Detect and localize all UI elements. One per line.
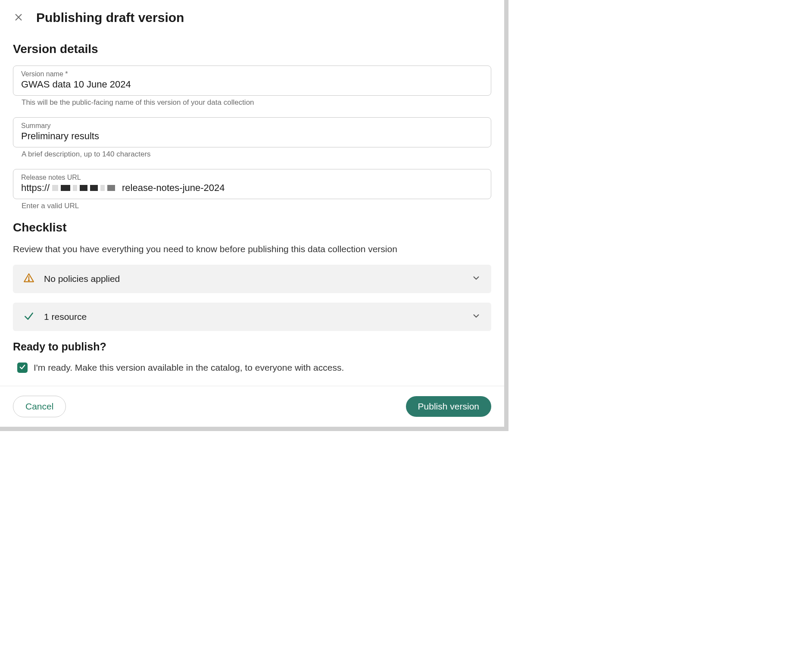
close-button[interactable] (13, 12, 24, 23)
modal-footer: Cancel Publish version (0, 386, 504, 427)
ready-heading: Ready to publish? (13, 341, 491, 353)
release-notes-prefix: https:// (21, 182, 50, 194)
summary-label: Summary (21, 122, 483, 130)
check-icon (19, 363, 26, 372)
chevron-down-icon (471, 273, 481, 284)
svg-point-3 (28, 280, 29, 281)
check-icon (23, 310, 34, 323)
summary-field[interactable]: Summary (13, 117, 491, 147)
warning-icon (23, 272, 34, 285)
checklist-item-policies[interactable]: No policies applied (13, 265, 491, 293)
chevron-down-icon (471, 311, 481, 322)
publish-modal: Publishing draft version Version details… (0, 0, 508, 431)
version-name-helper: This will be the public-facing name of t… (22, 98, 491, 107)
ready-checkbox-label: I'm ready. Make this version available i… (34, 363, 344, 373)
checklist-heading: Checklist (13, 221, 491, 234)
summary-helper: A brief description, up to 140 character… (22, 150, 491, 159)
version-name-label: Version name * (21, 70, 483, 78)
version-name-field[interactable]: Version name * (13, 66, 491, 96)
release-notes-input[interactable]: https:// release-notes-june-2024 (21, 182, 483, 194)
modal-body: Version details Version name * This will… (0, 29, 504, 386)
ready-checkbox[interactable] (17, 363, 28, 373)
publish-button[interactable]: Publish version (406, 396, 491, 417)
version-details-heading: Version details (13, 42, 491, 56)
summary-input[interactable] (21, 131, 483, 142)
ready-checkbox-row[interactable]: I'm ready. Make this version available i… (13, 363, 491, 373)
release-notes-suffix: release-notes-june-2024 (122, 182, 225, 194)
checklist-item-resources[interactable]: 1 resource (13, 303, 491, 331)
release-notes-helper: Enter a valid URL (22, 202, 491, 210)
modal-title: Publishing draft version (36, 10, 184, 25)
version-name-input[interactable] (21, 79, 483, 90)
cancel-button[interactable]: Cancel (13, 396, 66, 417)
checklist-description: Review that you have everything you need… (13, 244, 491, 254)
release-notes-label: Release notes URL (21, 174, 483, 181)
checklist-item-label: 1 resource (44, 312, 87, 322)
modal-header: Publishing draft version (0, 0, 504, 29)
release-notes-field[interactable]: Release notes URL https:// release-notes… (13, 169, 491, 199)
checklist-item-label: No policies applied (44, 274, 120, 284)
release-notes-redacted (52, 185, 115, 191)
close-icon (14, 13, 23, 23)
